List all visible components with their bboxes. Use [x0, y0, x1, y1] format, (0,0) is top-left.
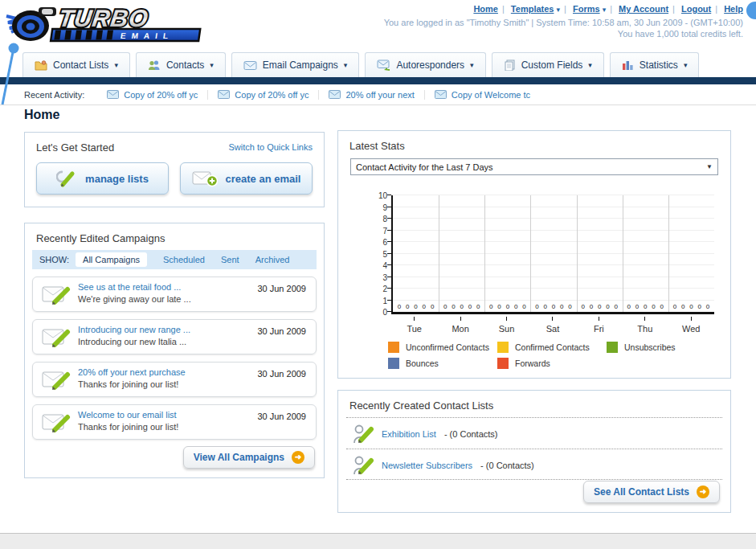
recent-activity-item[interactable]: 20% off your next — [319, 90, 424, 100]
y-axis-label: 8 — [373, 215, 387, 223]
filter-all-campaigns[interactable]: All Campaigns — [76, 252, 147, 267]
value-label: 0 — [681, 303, 684, 310]
axis-tick — [387, 207, 391, 207]
nav-link-logout[interactable]: Logout — [681, 4, 711, 14]
day-label: Sat — [546, 324, 560, 334]
filter-archived[interactable]: Archived — [255, 255, 290, 264]
chevron-down-icon: ▾ — [210, 61, 214, 69]
recent-activity-item[interactable]: Copy of 20% off yc — [208, 90, 319, 100]
campaign-subtitle: Introducing our new Italia ... — [78, 337, 316, 346]
tab-contact-lists[interactable]: Contact Lists ▾ — [22, 52, 130, 77]
legend-item: Confirmed Contacts — [497, 342, 607, 353]
axis-tick — [387, 241, 391, 242]
value-label: 0 — [644, 303, 647, 310]
arrow-right-icon: ➜ — [697, 485, 709, 498]
nav-link-forms[interactable]: Forms — [573, 4, 600, 14]
contact-list-link[interactable]: Newsletter Subscribers — [382, 461, 472, 470]
envelope-icon — [218, 90, 230, 99]
legend-label: Forwards — [515, 358, 550, 368]
pages-icon — [504, 59, 516, 71]
value-label: 0 — [431, 303, 434, 310]
campaign-date: 30 Jun 2009 — [257, 412, 306, 421]
y-axis-label: 4 — [373, 261, 387, 270]
people-icon — [148, 59, 161, 71]
legend-swatch — [497, 358, 509, 369]
value-label-group: 00000 — [530, 303, 576, 310]
stats-period-dropdown[interactable]: Contact Activity for the Last 7 Days ▼ — [350, 158, 718, 175]
recent-activity-bar: Recent Activity: Copy of 20% off yc Copy… — [0, 84, 756, 105]
tab-email-campaigns[interactable]: Email Campaigns ▾ — [231, 52, 360, 77]
nav-divider-bar — [0, 77, 756, 84]
nav-separator: | — [672, 4, 675, 14]
activity-link: Copy of Welcome tc — [452, 90, 530, 100]
day-label: Tue — [407, 324, 422, 334]
legend-swatch — [388, 342, 399, 353]
nav-link-my-account[interactable]: My Account — [619, 4, 668, 14]
y-axis-label: 6 — [373, 238, 387, 247]
view-all-campaigns-button[interactable]: View All Campaigns ➜ — [183, 446, 315, 469]
value-label: 0 — [581, 303, 584, 310]
nav-link-templates[interactable]: Templates — [511, 4, 554, 14]
tab-label: Contacts — [166, 59, 204, 71]
axis-tick — [387, 253, 391, 254]
x-axis-label: Mon — [437, 317, 483, 335]
recent-activity-item[interactable]: Copy of 20% off yc — [97, 90, 208, 100]
tab-custom-fields[interactable]: Custom Fields ▾ — [492, 52, 604, 77]
gridline — [393, 300, 714, 301]
corner-bubble-icon — [746, 2, 756, 19]
person-pencil-icon — [353, 424, 374, 445]
legend-item: Unsubscribes — [607, 342, 716, 353]
envelope-arrow-icon — [377, 59, 390, 71]
axis-tick — [506, 317, 507, 321]
y-axis-label: 2 — [373, 285, 387, 293]
manage-lists-button[interactable]: manage lists — [36, 162, 169, 195]
campaign-date: 30 Jun 2009 — [257, 369, 306, 379]
switch-quick-links[interactable]: Switch to Quick Links — [228, 142, 313, 152]
tab-statistics[interactable]: Statistics ▾ — [610, 52, 700, 77]
contact-list-link[interactable]: Exhibition List — [382, 429, 436, 439]
turbo-email-logo-graphic: TURBO EMAIL — [3, 2, 214, 47]
value-label: 0 — [660, 303, 664, 310]
envelope-icon — [435, 90, 447, 99]
legend-item: Forwards — [497, 358, 607, 369]
value-label: 0 — [476, 303, 480, 310]
filter-scheduled[interactable]: Scheduled — [163, 255, 205, 264]
nav-link-help[interactable]: Help — [724, 4, 743, 14]
legend-item: Unconfirmed Contacts — [388, 342, 497, 353]
get-started-panel: Let's Get Started Switch to Quick Links … — [24, 132, 325, 207]
nav-link-home[interactable]: Home — [473, 4, 498, 14]
tab-autoresponders[interactable]: Autoresponders ▾ — [365, 52, 485, 77]
tab-contacts[interactable]: Contacts ▾ — [136, 52, 226, 77]
axis-tick — [387, 277, 391, 277]
campaign-row: 20% off your next purchase Thanks for jo… — [32, 362, 317, 397]
value-label: 0 — [598, 303, 601, 310]
create-email-button[interactable]: create an email — [180, 162, 313, 195]
envelope-icon — [243, 60, 257, 71]
recent-activity-item[interactable]: Copy of Welcome tc — [425, 90, 540, 100]
see-all-contact-lists-button[interactable]: See All Contact Lists ➜ — [583, 481, 720, 503]
value-label: 0 — [535, 303, 538, 310]
envelope-plus-icon — [192, 170, 218, 187]
gridline — [393, 253, 714, 254]
nav-separator: | — [610, 4, 612, 14]
value-label-group: 00000 — [668, 303, 714, 310]
campaign-row: See us at the retail food ... We're givi… — [32, 277, 317, 312]
campaigns-panel: Recently Edited Campaigns SHOW: All Camp… — [24, 223, 325, 478]
chevron-down-icon: ▾ — [344, 61, 348, 69]
envelope-pencil-icon — [42, 369, 71, 391]
axis-tick — [644, 317, 645, 321]
value-label: 0 — [552, 303, 555, 310]
view-all-campaigns-label: View All Campaigns — [194, 452, 284, 463]
chart-value-labels: 00000000000000000000000000000000000 — [393, 303, 714, 310]
recent-activity-label: Recent Activity: — [24, 90, 84, 100]
main-content: Home Let's Get Started Switch to Quick L… — [0, 105, 756, 532]
filter-sent[interactable]: Sent — [221, 255, 239, 264]
dotted-divider — [346, 479, 722, 480]
nav-separator: | — [564, 4, 566, 14]
axis-tick — [460, 317, 461, 321]
axis-tick — [387, 311, 391, 312]
value-label: 0 — [398, 303, 401, 310]
value-label: 0 — [443, 303, 447, 310]
gridline — [623, 195, 623, 312]
y-axis-label: 1 — [373, 296, 387, 305]
